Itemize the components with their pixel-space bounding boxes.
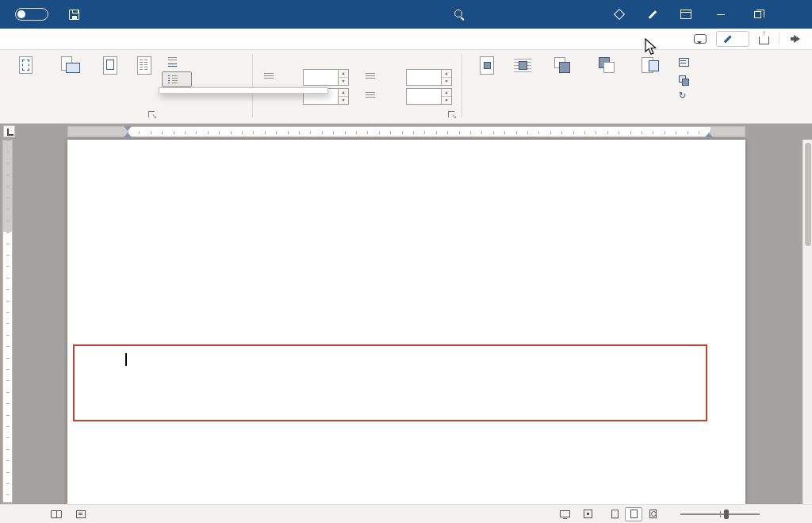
editing-mode-button[interactable] <box>716 31 749 47</box>
scrollbar-thumb[interactable] <box>805 143 811 246</box>
read-mode-button[interactable] <box>606 507 623 521</box>
accessibility-icon <box>76 510 86 518</box>
orientation-button[interactable] <box>46 52 94 110</box>
send-backward-button[interactable] <box>584 52 628 110</box>
print-layout-icon <box>630 510 638 518</box>
left-indent-marker[interactable] <box>124 133 132 137</box>
orientation-icon <box>59 56 81 75</box>
megaphone-icon <box>789 34 801 44</box>
display-settings-button[interactable] <box>560 510 574 517</box>
breaks-button[interactable] <box>162 54 192 70</box>
spacing-before-field: ▲▼ <box>406 69 452 86</box>
customize-toolbar-chevron-icon[interactable] <box>139 6 151 22</box>
maximize-button[interactable] <box>739 0 776 29</box>
zoom-slider-thumb[interactable] <box>724 510 729 519</box>
pencil-icon <box>723 34 733 44</box>
inking-button[interactable] <box>636 0 669 29</box>
first-line-indent-marker[interactable] <box>124 126 132 131</box>
position-button[interactable] <box>469 52 503 110</box>
position-icon <box>475 56 497 75</box>
indent-left-stepper[interactable]: ▲▼ <box>339 69 349 86</box>
size-button[interactable] <box>95 52 124 110</box>
title-bar <box>0 0 812 29</box>
mouse-cursor <box>645 38 658 59</box>
minimize-button[interactable] <box>703 0 739 29</box>
save-button[interactable] <box>67 6 80 22</box>
spacing-before-input[interactable] <box>406 69 442 86</box>
vertical-ruler[interactable] <box>2 140 13 502</box>
undo-icon[interactable] <box>91 6 104 22</box>
document-page[interactable] <box>67 140 745 504</box>
share-button[interactable] <box>759 33 769 44</box>
vertical-scrollbar[interactable] <box>802 140 812 504</box>
view-mode-buttons <box>606 507 661 521</box>
autosave-knob <box>17 10 25 18</box>
tabrow-actions <box>694 31 807 47</box>
margins-button[interactable] <box>6 52 44 110</box>
web-layout-button[interactable] <box>644 507 661 521</box>
breaks-icon <box>167 56 178 67</box>
share-icon <box>759 37 769 44</box>
document-canvas <box>0 140 812 504</box>
vruler-ticks <box>6 140 10 501</box>
right-indent-marker[interactable] <box>705 133 713 137</box>
proofing-button[interactable] <box>51 510 62 518</box>
read-mode-icon <box>611 510 618 518</box>
presence-button[interactable] <box>603 0 636 29</box>
proofing-book-icon <box>51 510 62 518</box>
close-button[interactable] <box>776 0 812 29</box>
text-cursor <box>125 353 127 366</box>
quick-access-toolbar <box>67 6 151 22</box>
group-button[interactable] <box>672 71 703 87</box>
ribbon-options-button[interactable] <box>669 0 703 29</box>
line-numbers-button[interactable] <box>162 71 192 87</box>
paragraph-dialog-launcher[interactable] <box>447 110 457 120</box>
spacing-after-input[interactable] <box>406 88 442 105</box>
indent-left-icon <box>263 71 274 82</box>
ribbon-tab-row <box>0 29 812 50</box>
margins-icon <box>14 56 36 75</box>
focus-button[interactable] <box>584 510 596 518</box>
rotate-icon <box>678 91 689 102</box>
redo-icon[interactable] <box>115 6 128 22</box>
selection-pane-button[interactable] <box>630 52 669 110</box>
ribbon-options-icon <box>680 10 691 19</box>
arrange-small-buttons <box>672 50 728 107</box>
indent-left-field: ▲▼ <box>303 69 349 86</box>
spacing-after-field: ▲▼ <box>406 88 452 105</box>
announcement-button[interactable] <box>789 34 801 44</box>
presence-icon <box>614 9 625 20</box>
divider <box>779 33 779 45</box>
indent-right-stepper[interactable]: ▲▼ <box>339 88 349 105</box>
spacing-before-icon <box>365 71 376 82</box>
print-layout-button[interactable] <box>625 507 642 521</box>
wrap-text-button[interactable] <box>506 52 539 110</box>
accessibility-button[interactable] <box>76 510 86 518</box>
display-settings-icon <box>560 510 570 517</box>
align-button[interactable] <box>672 54 703 70</box>
bring-forward-icon <box>550 56 573 75</box>
comments-button[interactable] <box>694 34 707 44</box>
send-backward-icon <box>595 56 617 75</box>
web-layout-icon <box>649 510 657 518</box>
bring-forward-button[interactable] <box>542 52 580 110</box>
align-icon <box>678 56 689 67</box>
ruler-ticks <box>128 131 710 134</box>
document-title[interactable] <box>383 0 389 29</box>
line-numbers-menu <box>159 87 328 94</box>
ruler-row <box>0 124 812 140</box>
spacing-after-stepper[interactable]: ▲▼ <box>442 88 452 105</box>
group-divider <box>462 54 462 117</box>
rotate-button[interactable] <box>672 89 703 105</box>
page-setup-dialog-launcher[interactable] <box>147 110 157 120</box>
horizontal-ruler[interactable] <box>67 126 745 137</box>
spacing-before-stepper[interactable]: ▲▼ <box>442 69 452 86</box>
tab-stop-selector[interactable] <box>3 125 15 137</box>
zoom-slider[interactable] <box>680 513 760 515</box>
search-icon[interactable] <box>453 8 465 21</box>
columns-icon <box>132 56 155 75</box>
columns-button[interactable] <box>125 52 162 110</box>
indent-left-input[interactable] <box>303 69 339 86</box>
restore-icon <box>754 11 761 18</box>
autosave-toggle[interactable] <box>10 8 48 21</box>
